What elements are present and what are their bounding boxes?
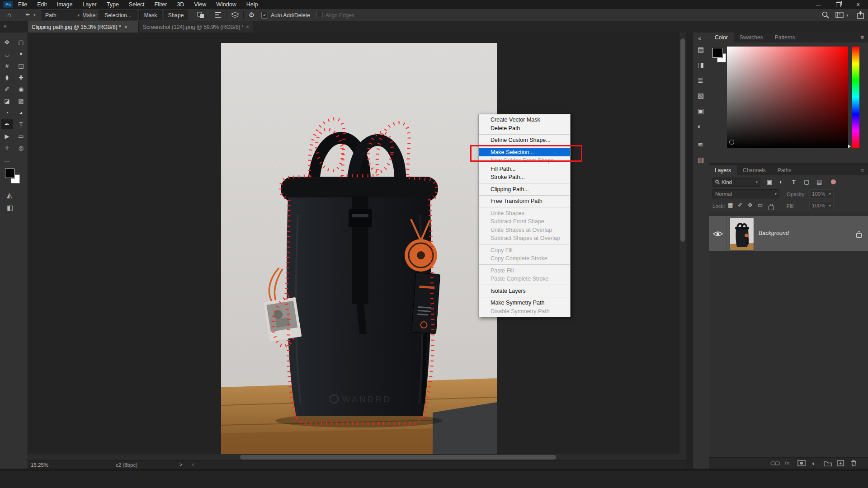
layer-effects-icon[interactable]: fx xyxy=(785,460,789,465)
menu-item-define-custom-shape[interactable]: Define Custom Shape... xyxy=(479,136,570,145)
adjustment-layer-icon[interactable]: ◐ xyxy=(812,460,816,467)
dock-panel-icon-1[interactable]: ▤ xyxy=(698,46,704,53)
menu-item-delete-path[interactable]: Delete Path xyxy=(479,124,570,133)
layer-filtering-toggle[interactable] xyxy=(831,179,836,184)
link-layers-icon[interactable] xyxy=(770,461,780,466)
path-selection-tool[interactable]: ▶ xyxy=(1,131,13,141)
menu-item-create-vector-mask[interactable]: Create Vector Mask xyxy=(479,116,570,124)
lock-all-icon[interactable] xyxy=(769,206,774,210)
magic-wand-tool[interactable]: ✦ xyxy=(15,49,27,59)
document-tab-active[interactable]: Clipping path.jpg @ 15.3% (RGB/8) * × xyxy=(28,21,139,33)
make-shape-button[interactable]: Shape xyxy=(164,10,188,20)
filter-adjustment-layers-icon[interactable]: ◐ xyxy=(779,179,783,185)
layer-locked-icon[interactable] xyxy=(856,233,862,238)
lasso-tool[interactable]: ◡ xyxy=(1,49,13,59)
canvas-area[interactable]: WANDRD xyxy=(28,33,686,454)
path-alignment-icon[interactable] xyxy=(214,12,222,19)
collapse-tabs-icon[interactable]: « xyxy=(4,23,7,29)
menu-window[interactable]: Window xyxy=(211,0,241,9)
lock-image-pixels-icon[interactable]: ✐ xyxy=(738,202,742,208)
auto-add-delete-checkbox[interactable]: ✓ xyxy=(261,12,268,19)
share-icon[interactable] xyxy=(857,11,864,19)
screen-mode-icon[interactable]: ◧ xyxy=(7,204,13,211)
menu-select[interactable]: Select xyxy=(124,0,150,9)
lock-transparent-pixels-icon[interactable]: ▦ xyxy=(728,202,733,208)
add-layer-mask-icon[interactable] xyxy=(797,460,806,466)
close-button[interactable]: ✕ xyxy=(848,0,868,9)
menu-type[interactable]: Type xyxy=(102,0,124,9)
healing-brush-tool[interactable]: ✚ xyxy=(15,72,27,82)
shape-tool[interactable]: ▭ xyxy=(15,131,27,141)
layer-row-background[interactable]: Background xyxy=(709,216,868,251)
path-arrangement-icon[interactable] xyxy=(231,11,240,19)
hue-slider-marker[interactable] xyxy=(848,145,851,148)
zoom-level-field[interactable]: 15.25% xyxy=(31,462,48,468)
chevron-down-icon[interactable]: ▾ xyxy=(33,13,36,17)
home-icon[interactable]: ⌂ xyxy=(7,11,11,18)
foreground-color-swatch[interactable] xyxy=(5,169,14,178)
frame-tool[interactable]: ◫ xyxy=(15,61,27,70)
gear-icon[interactable]: ⚙ xyxy=(249,11,255,18)
hue-slider[interactable] xyxy=(852,47,859,148)
color-picker-field[interactable] xyxy=(727,47,848,148)
tab-swatches[interactable]: Swatches xyxy=(734,33,769,42)
dock-panel-icon-5[interactable]: ▣ xyxy=(698,108,704,114)
layer-filter-kind-select[interactable]: Kind ▾ xyxy=(712,178,760,187)
menu-item-free-transform-path[interactable]: Free Transform Path xyxy=(479,197,570,206)
tab-patterns[interactable]: Patterns xyxy=(769,33,801,42)
make-mask-button[interactable]: Mask xyxy=(139,10,162,20)
lock-position-icon[interactable]: ✥ xyxy=(748,202,752,208)
vertical-scrollbar-thumb[interactable] xyxy=(680,38,685,242)
menu-file[interactable]: File xyxy=(13,0,32,9)
menu-layer[interactable]: Layer xyxy=(77,0,101,9)
menu-item-stroke-path[interactable]: Stroke Path... xyxy=(479,173,570,182)
filter-pixel-layers-icon[interactable]: ▣ xyxy=(767,179,772,185)
blur-tool[interactable]: ◔ xyxy=(1,108,13,117)
menu-edit[interactable]: Edit xyxy=(32,0,52,9)
horizontal-scrollbar[interactable] xyxy=(28,454,686,460)
eraser-tool[interactable]: ◪ xyxy=(1,96,13,106)
gradient-tool[interactable]: ▨ xyxy=(15,96,27,106)
clone-stamp-tool[interactable]: ◉ xyxy=(15,84,27,94)
workspace-switcher-icon[interactable] xyxy=(835,12,844,18)
pen-tool[interactable]: ✒ xyxy=(1,119,13,129)
document-image[interactable]: WANDRD xyxy=(221,43,497,454)
filter-shape-layers-icon[interactable]: ▢ xyxy=(804,179,809,185)
search-icon[interactable] xyxy=(822,11,829,19)
foreground-color-swatch[interactable] xyxy=(712,48,722,58)
tool-mode-select[interactable]: Path ▾ xyxy=(42,10,83,20)
dock-panel-icon-4[interactable]: ▧ xyxy=(698,92,704,99)
pen-tool-preset-icon[interactable]: ✒ xyxy=(25,12,30,18)
make-selection-button[interactable]: Selection... xyxy=(99,10,137,20)
chevron-down-icon[interactable]: ▾ xyxy=(846,13,849,18)
menu-3d[interactable]: 3D xyxy=(172,0,189,9)
close-icon[interactable]: × xyxy=(124,24,127,30)
menu-item-make-symmetry-path[interactable]: Make Symmetry Path xyxy=(479,299,570,307)
quick-mask-icon[interactable]: ◭ xyxy=(7,192,12,198)
menu-view[interactable]: View xyxy=(189,0,211,9)
dock-panel-icon-7[interactable]: ≋ xyxy=(698,141,703,148)
restore-button[interactable] xyxy=(828,0,848,9)
hand-tool[interactable]: ✛ xyxy=(1,143,13,153)
layer-name[interactable]: Background xyxy=(759,230,789,236)
filter-smart-objects-icon[interactable]: ▤ xyxy=(816,179,822,185)
tab-channels[interactable]: Channels xyxy=(737,165,772,175)
lock-artboard-icon[interactable]: ▭ xyxy=(758,202,763,208)
tab-layers[interactable]: Layers xyxy=(709,165,737,175)
new-layer-icon[interactable] xyxy=(837,460,844,466)
dock-panel-icon-3[interactable]: ≣ xyxy=(698,77,703,84)
dock-panel-icon-2[interactable]: ◨ xyxy=(698,61,704,68)
expand-panels-icon[interactable]: « xyxy=(698,35,701,42)
color-picker-cursor[interactable] xyxy=(729,140,734,145)
vertical-scrollbar[interactable] xyxy=(679,33,686,454)
horizontal-scrollbar-thumb[interactable] xyxy=(240,455,556,460)
filter-type-layers-icon[interactable]: T xyxy=(792,179,796,185)
zoom-tool[interactable]: ◎ xyxy=(15,143,27,153)
path-operations-icon[interactable] xyxy=(197,12,204,19)
close-icon[interactable]: × xyxy=(246,24,249,30)
dock-panel-icon-6[interactable]: ◐ xyxy=(698,123,702,130)
menu-help[interactable]: Help xyxy=(241,0,263,9)
eyedropper-tool[interactable]: ⧫ xyxy=(1,72,13,82)
layer-visibility-eye-icon[interactable] xyxy=(713,230,723,237)
marquee-tool[interactable]: ▢ xyxy=(15,37,27,47)
